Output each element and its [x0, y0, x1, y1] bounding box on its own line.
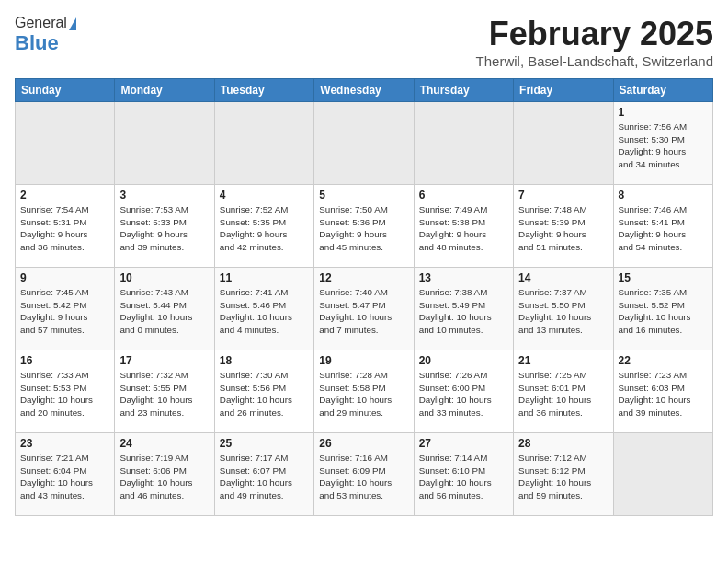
day-number: 6: [419, 189, 508, 201]
day-number: 5: [319, 189, 408, 201]
day-number: 4: [220, 189, 309, 201]
day-info: Sunrise: 7:26 AM Sunset: 6:00 PM Dayligh…: [419, 369, 508, 419]
header-sunday: Sunday: [16, 79, 115, 102]
page-header: General Blue February 2025 Therwil, Base…: [15, 15, 713, 69]
calendar-day: [314, 102, 414, 185]
header-saturday: Saturday: [613, 79, 712, 102]
day-number: 17: [119, 354, 209, 367]
day-number: 13: [419, 271, 508, 284]
calendar-day: 21Sunrise: 7:25 AM Sunset: 6:01 PM Dayli…: [514, 350, 613, 433]
calendar-day: [115, 102, 214, 185]
day-info: Sunrise: 7:25 AM Sunset: 6:01 PM Dayligh…: [518, 369, 608, 419]
day-info: Sunrise: 7:53 AM Sunset: 5:33 PM Dayligh…: [119, 203, 209, 254]
calendar-day: 20Sunrise: 7:26 AM Sunset: 6:00 PM Dayli…: [414, 350, 513, 433]
header-wednesday: Wednesday: [314, 79, 414, 102]
calendar-day: 27Sunrise: 7:14 AM Sunset: 6:10 PM Dayli…: [414, 433, 513, 516]
calendar-day: 4Sunrise: 7:52 AM Sunset: 5:35 PM Daylig…: [214, 185, 313, 268]
day-number: 19: [319, 354, 408, 367]
calendar-day: 23Sunrise: 7:21 AM Sunset: 6:04 PM Dayli…: [16, 433, 115, 516]
day-info: Sunrise: 7:52 AM Sunset: 5:35 PM Dayligh…: [220, 203, 309, 254]
day-info: Sunrise: 7:23 AM Sunset: 6:03 PM Dayligh…: [619, 369, 708, 419]
location-title: Therwil, Basel-Landschaft, Switzerland: [476, 53, 713, 69]
day-number: 16: [20, 354, 109, 367]
logo-text: General Blue: [15, 15, 76, 55]
day-info: Sunrise: 7:41 AM Sunset: 5:46 PM Dayligh…: [220, 286, 309, 337]
day-info: Sunrise: 7:28 AM Sunset: 5:58 PM Dayligh…: [319, 369, 408, 419]
calendar-day: 24Sunrise: 7:19 AM Sunset: 6:06 PM Dayli…: [115, 433, 214, 516]
title-block: February 2025 Therwil, Basel-Landschaft,…: [476, 15, 713, 69]
day-number: 25: [220, 437, 309, 450]
logo: General Blue: [15, 15, 76, 55]
calendar-day: 2Sunrise: 7:54 AM Sunset: 5:31 PM Daylig…: [16, 185, 115, 268]
day-info: Sunrise: 7:40 AM Sunset: 5:47 PM Dayligh…: [319, 286, 408, 337]
day-info: Sunrise: 7:35 AM Sunset: 5:52 PM Dayligh…: [619, 286, 708, 337]
calendar-day: [514, 102, 613, 185]
day-info: Sunrise: 7:33 AM Sunset: 5:53 PM Dayligh…: [20, 369, 109, 419]
calendar-day: [613, 433, 712, 516]
day-number: 21: [518, 354, 608, 367]
calendar-day: 28Sunrise: 7:12 AM Sunset: 6:12 PM Dayli…: [514, 433, 613, 516]
day-number: 1: [619, 106, 708, 119]
header-tuesday: Tuesday: [214, 79, 313, 102]
day-number: 7: [518, 189, 608, 201]
calendar-day: 5Sunrise: 7:50 AM Sunset: 5:36 PM Daylig…: [314, 185, 414, 268]
day-info: Sunrise: 7:30 AM Sunset: 5:56 PM Dayligh…: [220, 369, 309, 419]
calendar-day: 26Sunrise: 7:16 AM Sunset: 6:09 PM Dayli…: [314, 433, 414, 516]
day-number: 28: [518, 437, 608, 450]
logo-icon: [69, 17, 76, 30]
calendar-week-2: 2Sunrise: 7:54 AM Sunset: 5:31 PM Daylig…: [16, 185, 713, 268]
calendar-week-1: 1Sunrise: 7:56 AM Sunset: 5:30 PM Daylig…: [16, 102, 713, 185]
day-info: Sunrise: 7:54 AM Sunset: 5:31 PM Dayligh…: [20, 203, 109, 254]
calendar-day: 19Sunrise: 7:28 AM Sunset: 5:58 PM Dayli…: [314, 350, 414, 433]
calendar-day: [214, 102, 313, 185]
calendar-week-5: 23Sunrise: 7:21 AM Sunset: 6:04 PM Dayli…: [16, 433, 713, 516]
header-thursday: Thursday: [414, 79, 513, 102]
day-number: 26: [319, 437, 408, 450]
day-info: Sunrise: 7:17 AM Sunset: 6:07 PM Dayligh…: [220, 452, 309, 502]
day-number: 2: [20, 189, 109, 201]
logo-general: General: [15, 15, 67, 30]
day-number: 11: [220, 271, 309, 284]
day-number: 3: [119, 189, 209, 201]
day-info: Sunrise: 7:48 AM Sunset: 5:39 PM Dayligh…: [518, 203, 608, 254]
day-info: Sunrise: 7:46 AM Sunset: 5:41 PM Dayligh…: [619, 203, 708, 254]
calendar: Sunday Monday Tuesday Wednesday Thursday…: [15, 78, 713, 516]
calendar-day: 17Sunrise: 7:32 AM Sunset: 5:55 PM Dayli…: [115, 350, 214, 433]
day-number: 20: [419, 354, 508, 367]
day-number: 23: [20, 437, 109, 450]
calendar-day: [16, 102, 115, 185]
day-info: Sunrise: 7:16 AM Sunset: 6:09 PM Dayligh…: [319, 452, 408, 502]
day-info: Sunrise: 7:32 AM Sunset: 5:55 PM Dayligh…: [119, 369, 209, 419]
calendar-day: 7Sunrise: 7:48 AM Sunset: 5:39 PM Daylig…: [514, 185, 613, 268]
calendar-day: 15Sunrise: 7:35 AM Sunset: 5:52 PM Dayli…: [613, 268, 712, 350]
day-info: Sunrise: 7:37 AM Sunset: 5:50 PM Dayligh…: [518, 286, 608, 337]
calendar-day: 1Sunrise: 7:56 AM Sunset: 5:30 PM Daylig…: [613, 102, 712, 185]
logo-blue: Blue: [15, 31, 59, 54]
day-number: 24: [119, 437, 209, 450]
day-info: Sunrise: 7:56 AM Sunset: 5:30 PM Dayligh…: [619, 121, 708, 171]
calendar-day: [414, 102, 513, 185]
day-info: Sunrise: 7:19 AM Sunset: 6:06 PM Dayligh…: [119, 452, 209, 502]
calendar-day: 13Sunrise: 7:38 AM Sunset: 5:49 PM Dayli…: [414, 268, 513, 350]
day-info: Sunrise: 7:45 AM Sunset: 5:42 PM Dayligh…: [20, 286, 109, 337]
day-number: 9: [20, 271, 109, 284]
calendar-day: 12Sunrise: 7:40 AM Sunset: 5:47 PM Dayli…: [314, 268, 414, 350]
day-number: 27: [419, 437, 508, 450]
day-info: Sunrise: 7:49 AM Sunset: 5:38 PM Dayligh…: [419, 203, 508, 254]
day-number: 15: [619, 271, 708, 284]
month-title: February 2025: [476, 15, 713, 53]
calendar-week-4: 16Sunrise: 7:33 AM Sunset: 5:53 PM Dayli…: [16, 350, 713, 433]
day-number: 12: [319, 271, 408, 284]
weekday-header-row: Sunday Monday Tuesday Wednesday Thursday…: [16, 79, 713, 102]
calendar-day: 18Sunrise: 7:30 AM Sunset: 5:56 PM Dayli…: [214, 350, 313, 433]
day-number: 18: [220, 354, 309, 367]
day-info: Sunrise: 7:50 AM Sunset: 5:36 PM Dayligh…: [319, 203, 408, 254]
day-info: Sunrise: 7:38 AM Sunset: 5:49 PM Dayligh…: [419, 286, 508, 337]
calendar-day: 6Sunrise: 7:49 AM Sunset: 5:38 PM Daylig…: [414, 185, 513, 268]
day-number: 8: [619, 189, 708, 201]
calendar-day: 11Sunrise: 7:41 AM Sunset: 5:46 PM Dayli…: [214, 268, 313, 350]
calendar-day: 22Sunrise: 7:23 AM Sunset: 6:03 PM Dayli…: [613, 350, 712, 433]
day-number: 22: [619, 354, 708, 367]
calendar-week-3: 9Sunrise: 7:45 AM Sunset: 5:42 PM Daylig…: [16, 268, 713, 350]
day-info: Sunrise: 7:12 AM Sunset: 6:12 PM Dayligh…: [518, 452, 608, 502]
